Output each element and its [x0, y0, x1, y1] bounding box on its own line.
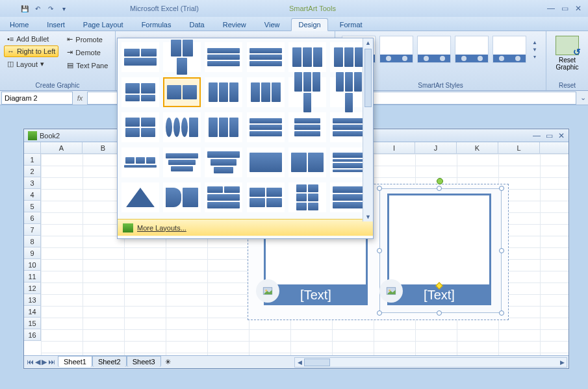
layout-thumb[interactable]: [247, 147, 285, 177]
row-header[interactable]: 12: [24, 282, 41, 294]
row-header[interactable]: 9: [24, 247, 41, 259]
add-bullet-button[interactable]: •≡Add Bullet: [4, 33, 58, 45]
restore-icon[interactable]: ▭: [561, 4, 569, 13]
style-thumb[interactable]: [379, 36, 413, 63]
layout-thumb[interactable]: [247, 182, 285, 212]
layout-thumb[interactable]: [288, 42, 326, 72]
resize-handle[interactable]: [377, 186, 382, 191]
col-header[interactable]: L: [498, 142, 540, 153]
tab-view[interactable]: View: [258, 19, 287, 31]
minimize-icon[interactable]: —: [547, 4, 555, 13]
layout-thumb[interactable]: [121, 112, 159, 142]
smartart-picture-placeholder[interactable]: [387, 194, 491, 284]
row-header[interactable]: 2: [24, 166, 41, 177]
resize-handle[interactable]: [377, 248, 382, 253]
tab-format[interactable]: Format: [333, 19, 369, 31]
tab-design[interactable]: Design: [291, 18, 327, 31]
expand-formula-icon[interactable]: ⌄: [578, 94, 588, 102]
layout-thumb[interactable]: [121, 42, 159, 72]
layout-thumb[interactable]: [163, 112, 201, 142]
demote-button[interactable]: ⇥Demote: [64, 46, 111, 58]
layout-thumb[interactable]: [288, 77, 326, 107]
style-thumb[interactable]: [417, 36, 451, 63]
dropdown-scrollbar[interactable]: ▲ ▼: [363, 38, 373, 221]
row-header[interactable]: 10: [24, 259, 41, 271]
more-layouts-item[interactable]: More Layouts...: [118, 219, 373, 236]
row-header[interactable]: 6: [24, 212, 41, 224]
select-all-corner[interactable]: [24, 142, 41, 153]
layout-thumb[interactable]: [288, 182, 326, 212]
resize-handle[interactable]: [499, 186, 504, 191]
layout-thumb[interactable]: [121, 182, 159, 212]
sheet-first-icon[interactable]: ⏮: [27, 358, 34, 366]
layout-thumb[interactable]: [288, 112, 326, 142]
reset-graphic-icon[interactable]: [556, 36, 579, 55]
row-header[interactable]: 7: [24, 224, 41, 236]
redo-icon[interactable]: ↷: [45, 3, 56, 14]
scroll-right-icon[interactable]: ▶: [557, 358, 567, 367]
gallery-up-icon[interactable]: ▲: [530, 40, 539, 45]
scroll-down-icon[interactable]: ▼: [363, 212, 373, 221]
layout-thumb[interactable]: [205, 147, 242, 177]
close-icon[interactable]: ✕: [575, 4, 582, 13]
tab-insert[interactable]: Insert: [40, 19, 71, 31]
qat-more-icon[interactable]: ▾: [58, 3, 69, 14]
right-to-left-button[interactable]: ↔Right to Left: [4, 45, 58, 57]
sheet-tab-1[interactable]: Sheet1: [58, 356, 92, 367]
picture-icon[interactable]: [256, 279, 279, 303]
tab-review[interactable]: Review: [216, 19, 253, 31]
save-icon[interactable]: 💾: [19, 3, 30, 14]
scroll-up-icon[interactable]: ▲: [363, 38, 373, 47]
layout-thumb[interactable]: [163, 182, 201, 212]
resize-handle[interactable]: [377, 310, 382, 316]
sheet-next-icon[interactable]: ▶: [42, 358, 47, 366]
scroll-left-icon[interactable]: ◀: [295, 358, 304, 367]
horizontal-scrollbar[interactable]: ◀ ▶: [294, 357, 567, 368]
tab-page-layout[interactable]: Page Layout: [77, 19, 130, 31]
col-header[interactable]: A: [41, 142, 83, 153]
new-sheet-icon[interactable]: ✳: [161, 358, 175, 366]
sheet-tab-3[interactable]: Sheet3: [127, 356, 161, 367]
reset-graphic-button[interactable]: Reset Graphic: [556, 56, 579, 71]
smartart-text-bar[interactable]: [Text]: [264, 284, 368, 305]
resize-handle[interactable]: [499, 248, 504, 253]
row-header[interactable]: 8: [24, 236, 41, 247]
row-header[interactable]: 11: [24, 271, 41, 282]
col-header[interactable]: J: [415, 142, 457, 153]
wb-close-icon[interactable]: ✕: [558, 131, 565, 140]
wb-maximize-icon[interactable]: ▭: [546, 131, 553, 140]
undo-icon[interactable]: ↶: [32, 3, 43, 14]
resize-handle[interactable]: [499, 310, 504, 316]
name-box[interactable]: Diagram 2: [1, 92, 73, 105]
tab-data[interactable]: Data: [183, 19, 211, 31]
col-header[interactable]: K: [457, 142, 498, 153]
layout-thumb[interactable]: [205, 77, 242, 107]
style-thumb[interactable]: [455, 36, 489, 63]
wb-minimize-icon[interactable]: —: [533, 131, 541, 140]
row-header[interactable]: 13: [24, 294, 41, 306]
layout-thumb[interactable]: [163, 77, 201, 107]
layout-thumb[interactable]: [205, 182, 242, 212]
resize-handle[interactable]: [437, 186, 442, 191]
layout-thumb[interactable]: [121, 147, 159, 177]
layout-button[interactable]: ◫Layout▾: [4, 58, 58, 70]
tab-formulas[interactable]: Formulas: [135, 19, 178, 31]
layout-thumb[interactable]: [288, 147, 326, 177]
scroll-thumb[interactable]: [304, 358, 330, 366]
layout-thumb[interactable]: [205, 112, 242, 142]
layout-thumb[interactable]: [163, 147, 201, 177]
row-header[interactable]: 1: [24, 154, 41, 166]
sheet-prev-icon[interactable]: ◀: [35, 358, 40, 366]
picture-icon[interactable]: [379, 279, 403, 303]
rotate-handle[interactable]: [437, 178, 443, 184]
row-header[interactable]: 3: [24, 177, 41, 189]
layout-thumb[interactable]: [205, 42, 242, 72]
row-header[interactable]: 5: [24, 201, 41, 212]
layout-thumb[interactable]: [121, 77, 159, 107]
sheet-last-icon[interactable]: ⏭: [48, 358, 55, 366]
row-header[interactable]: 4: [24, 189, 41, 201]
layout-thumb[interactable]: [247, 42, 285, 72]
gallery-more-icon[interactable]: ▾: [530, 54, 539, 60]
style-thumb[interactable]: [492, 36, 526, 63]
scroll-thumb[interactable]: [364, 49, 372, 107]
